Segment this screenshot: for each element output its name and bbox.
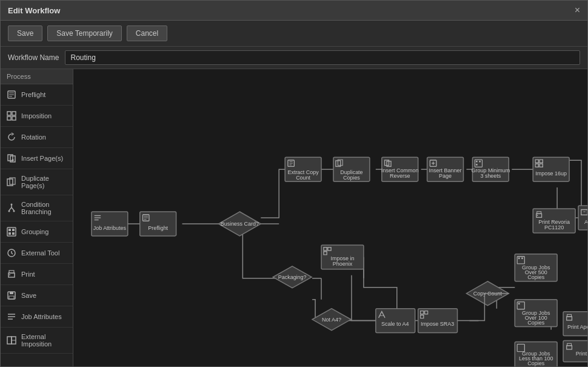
- sidebar-label-external-tool: External Tool: [21, 249, 59, 257]
- external-imposition-icon: [7, 335, 16, 345]
- sidebar-label-insert-pages: Insert Page(s): [21, 155, 63, 162]
- sidebar-label-grouping: Grouping: [21, 228, 48, 235]
- svg-text:Copies: Copies: [527, 360, 544, 366]
- sidebar-item-insert-pages[interactable]: Insert Page(s): [1, 148, 73, 169]
- imposition-icon: [7, 111, 16, 121]
- job-attributes-icon: [7, 312, 16, 322]
- main-area: Process Preflight Imposition Rotation: [1, 69, 587, 366]
- rotation-icon: [7, 132, 16, 142]
- svg-text:Archive: Archive: [584, 219, 587, 225]
- svg-text:PC1120: PC1120: [544, 224, 564, 231]
- svg-rect-1: [7, 112, 11, 115]
- workflow-name-label: Workflow Name: [8, 53, 59, 62]
- sidebar-item-job-attributes[interactable]: Job Attributes: [1, 306, 73, 328]
- svg-rect-17: [8, 232, 11, 235]
- svg-rect-86: [476, 164, 478, 166]
- save-temporarily-button[interactable]: Save Temporarily: [47, 25, 121, 41]
- sidebar-item-external-tool[interactable]: External Tool: [1, 243, 73, 264]
- svg-text:Copies: Copies: [527, 274, 544, 280]
- svg-text:Copies: Copies: [343, 175, 360, 181]
- sidebar-item-duplicate-pages[interactable]: Duplicate Page(s): [1, 169, 73, 195]
- preflight-icon: [7, 90, 16, 99]
- svg-text:Copies: Copies: [527, 320, 544, 326]
- sidebar-item-print[interactable]: Print: [1, 264, 73, 285]
- workflow-canvas[interactable]: Job Attributes Preflight Business Card?: [73, 69, 587, 366]
- sidebar-label-external-imposition: External Imposition: [21, 333, 67, 348]
- svg-rect-18: [12, 232, 15, 235]
- workflow-name-row: Workflow Name: [1, 47, 587, 69]
- workflow-name-input[interactable]: [65, 50, 580, 65]
- dialog-title: Edit Workflow: [8, 6, 60, 15]
- svg-rect-2: [12, 112, 16, 115]
- svg-rect-85: [479, 161, 481, 163]
- sidebar-label-condition-branching: Condition Branching: [21, 201, 67, 215]
- sidebar-item-external-imposition[interactable]: External Imposition: [1, 328, 73, 354]
- sidebar-label-imposition: Imposition: [21, 112, 52, 120]
- sidebar-label-print: Print: [21, 271, 35, 278]
- svg-text:Print Apeos: Print Apeos: [567, 324, 587, 330]
- svg-text:Job Attributes: Job Attributes: [93, 225, 127, 231]
- svg-text:Preflight: Preflight: [148, 225, 168, 231]
- insert-pages-icon: [7, 153, 16, 163]
- svg-rect-3: [7, 116, 11, 120]
- condition-branching-icon: [7, 203, 16, 213]
- svg-rect-29: [7, 337, 12, 344]
- title-bar: Edit Workflow ×: [1, 1, 587, 21]
- svg-rect-57: [140, 212, 176, 236]
- svg-rect-128: [518, 257, 520, 259]
- sidebar-item-imposition[interactable]: Imposition: [1, 106, 73, 127]
- svg-point-11: [11, 204, 13, 206]
- sidebar-header: Process: [1, 69, 73, 84]
- svg-rect-16: [12, 229, 15, 231]
- svg-text:Not A4?: Not A4?: [322, 317, 341, 323]
- sidebar-label-duplicate-pages: Duplicate Page(s): [21, 175, 67, 189]
- svg-text:Print: Print: [576, 351, 587, 357]
- svg-rect-84: [476, 161, 478, 163]
- sidebar-label-preflight: Preflight: [21, 91, 45, 98]
- svg-text:Page: Page: [439, 173, 452, 179]
- close-button[interactable]: ×: [575, 5, 580, 15]
- svg-rect-135: [518, 303, 520, 305]
- save-icon: [7, 291, 16, 300]
- sidebar-label-rotation: Rotation: [21, 133, 46, 141]
- svg-point-13: [13, 210, 15, 212]
- save-button[interactable]: Save: [8, 25, 42, 41]
- sidebar-item-condition-branching[interactable]: Condition Branching: [1, 195, 73, 221]
- grouping-icon: [7, 227, 16, 237]
- cancel-button[interactable]: Cancel: [127, 25, 167, 41]
- svg-text:Packaging?: Packaging?: [278, 274, 307, 280]
- sidebar-item-grouping[interactable]: Grouping: [1, 221, 73, 243]
- sidebar-item-preflight[interactable]: Preflight: [1, 84, 73, 106]
- svg-rect-129: [521, 257, 523, 259]
- svg-text:Impose 16up: Impose 16up: [535, 170, 567, 177]
- svg-point-12: [8, 210, 10, 212]
- svg-text:Impose SRA3: Impose SRA3: [421, 321, 454, 327]
- sidebar-item-save[interactable]: Save: [1, 285, 73, 306]
- svg-rect-15: [8, 229, 11, 231]
- print-icon: [7, 269, 16, 279]
- sidebar: Process Preflight Imposition Rotation: [1, 69, 73, 366]
- edit-workflow-dialog: Edit Workflow × Save Save Temporarily Ca…: [0, 0, 588, 367]
- svg-rect-24: [10, 292, 13, 294]
- sidebar-label-job-attributes: Job Attributes: [21, 313, 62, 320]
- svg-text:Reverse: Reverse: [390, 173, 410, 179]
- duplicate-pages-icon: [7, 177, 16, 187]
- svg-text:Phoenix: Phoenix: [333, 261, 353, 267]
- sidebar-item-rotation[interactable]: Rotation: [1, 127, 73, 148]
- svg-text:Count: Count: [296, 175, 310, 181]
- workflow-diagram: Job Attributes Preflight Business Card?: [73, 69, 587, 366]
- external-tool-icon: [7, 248, 16, 258]
- toolbar: Save Save Temporarily Cancel: [1, 21, 587, 47]
- svg-point-98: [537, 215, 538, 216]
- svg-text:3 sheets: 3 sheets: [480, 173, 501, 179]
- sidebar-label-save: Save: [21, 292, 36, 299]
- svg-text:Business Card?: Business Card?: [221, 221, 259, 227]
- svg-rect-4: [12, 116, 16, 120]
- svg-point-22: [9, 274, 10, 275]
- svg-text:Scale to A4: Scale to A4: [381, 321, 409, 327]
